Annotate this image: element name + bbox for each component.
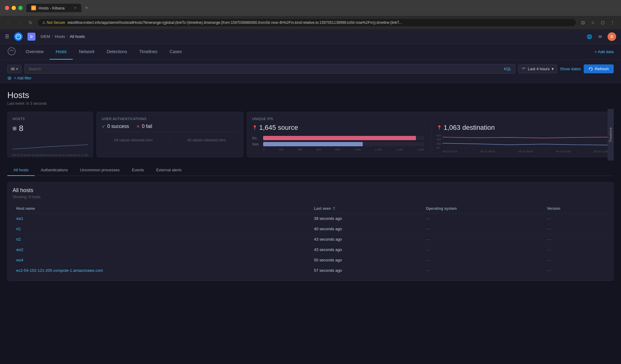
table-row: ec2-54-152-121-205.compute-1.amazonaws.c…: [13, 265, 608, 276]
menu-icon[interactable]: ☰: [5, 34, 9, 39]
refresh-label: Refresh: [595, 67, 609, 71]
kql-badge[interactable]: KQL: [504, 67, 511, 71]
forward-button[interactable]: →: [16, 20, 23, 25]
tab-favicon: K: [31, 5, 36, 10]
search-placeholder: Search: [28, 67, 41, 71]
bookmark-icon[interactable]: ☆: [589, 19, 597, 26]
tab-all-hosts[interactable]: All hosts: [7, 165, 35, 176]
search-bar-section: ▾ Search KQL Last 4 hours ▾ Show dates: [0, 60, 621, 83]
version-cell: —: [543, 255, 608, 265]
tab-hosts[interactable]: Hosts: [50, 44, 73, 60]
tab-external-alerts[interactable]: External alerts: [150, 165, 188, 176]
search-input-wrapper[interactable]: Search KQL: [24, 64, 515, 74]
success-value: 0 success: [107, 124, 129, 129]
minimize-button[interactable]: [12, 6, 16, 10]
fail-x-icon: ✕: [136, 124, 140, 129]
version-cell: —: [543, 245, 608, 255]
table-row: sw1 39 seconds ago — —: [13, 213, 608, 224]
time-range-value: Last 4 hours: [528, 67, 550, 71]
user-auth-stats: ✓ 0 success ✕ 0 fail: [102, 124, 238, 129]
extension-icon[interactable]: ⬡: [599, 19, 606, 26]
add-data-button[interactable]: + Add data: [594, 49, 614, 54]
svg-point-0: [16, 34, 21, 39]
content-area: ▾ Search KQL Last 4 hours ▾ Show dates: [0, 60, 621, 364]
tab-authentications[interactable]: Authentications: [35, 165, 74, 176]
main-content: Hosts Last event: in 3 seconds Hosts ⊞ 8: [0, 83, 621, 281]
dst-bar-row: Dest.: [252, 142, 424, 146]
tab-cases[interactable]: Cases: [164, 44, 188, 60]
os-cell: —: [422, 245, 543, 255]
more-icon[interactable]: ⋮: [609, 19, 616, 26]
version-cell: —: [543, 213, 608, 224]
fail-stat: ✕ 0 fail: [136, 124, 152, 129]
th-last-seen[interactable]: Last seen: [310, 204, 422, 213]
new-tab-button[interactable]: +: [83, 5, 91, 11]
browser-tabs: K Hosts - Kibana × +: [26, 4, 616, 12]
host-name-cell[interactable]: ws4: [13, 255, 310, 265]
host-name-cell[interactable]: ws2: [13, 245, 310, 255]
tab-network[interactable]: Network: [73, 44, 101, 60]
breadcrumb-siem[interactable]: SIEM: [40, 34, 50, 39]
pin-source-icon: 📍: [252, 125, 257, 130]
active-tab[interactable]: K Hosts - Kibana ×: [26, 4, 81, 12]
tab-uncommon-processes[interactable]: Uncommon processes: [74, 165, 126, 176]
show-dates-button[interactable]: Show dates: [560, 67, 581, 71]
svg-rect-3: [11, 69, 15, 69]
fullscreen-button[interactable]: [18, 6, 23, 10]
table-header-row: Host name Last seen: [13, 204, 608, 213]
mail-icon[interactable]: ✉: [597, 33, 604, 40]
svg-rect-4: [11, 70, 15, 70]
ip-bar-chart: Src. Dest.: [252, 136, 424, 151]
host-name-cell[interactable]: sw1: [13, 213, 310, 224]
reload-button[interactable]: ↻: [27, 20, 34, 25]
success-zero-msg: All values returned zero: [102, 138, 165, 142]
host-name-cell[interactable]: rt2: [13, 234, 310, 245]
src-bar-fill: [263, 136, 416, 140]
host-name-cell[interactable]: ec2-54-152-121-205.compute-1.amazonaws.c…: [13, 265, 310, 276]
add-filter-button[interactable]: + Add filter: [14, 76, 31, 80]
host-name-cell[interactable]: rt1: [13, 224, 310, 234]
time-picker[interactable]: Last 4 hours ▾: [518, 64, 557, 73]
tab-detections[interactable]: Detections: [101, 44, 133, 60]
fail-value: 0 fail: [142, 124, 152, 129]
tab-close-icon[interactable]: ×: [74, 6, 76, 10]
siem-app-icon: [7, 47, 17, 57]
os-cell: —: [422, 255, 543, 265]
breadcrumb-sep2: /: [67, 34, 68, 39]
hosts-stat-card: Hosts ⊞ 8 08-10 07:00 08-10 08:00 08-10 …: [7, 112, 93, 157]
unique-ips-inner: 📍 1,645 source Src.: [252, 124, 608, 151]
unique-ips-card: Unique IPs 📍 1,645 source Src.: [247, 112, 614, 157]
table-row: rt2 43 seconds ago — —: [13, 234, 608, 245]
dest-ip-value: 📍 1,063 destination: [437, 124, 609, 132]
breadcrumb-all-hosts: All hosts: [70, 34, 85, 39]
tab-events[interactable]: Events: [126, 165, 150, 176]
src-bar-track: [263, 136, 424, 140]
back-button[interactable]: ←: [5, 20, 12, 25]
ip-line-chart: 650 450 250 50: [437, 134, 609, 149]
user-avatar[interactable]: D: [608, 32, 616, 41]
breadcrumb: SIEM / Hosts / All hosts: [40, 34, 85, 39]
timeline-panel[interactable]: Timeline: [608, 109, 614, 160]
dst-bar-fill: [263, 142, 363, 146]
tab-title: Hosts - Kibana: [39, 6, 64, 10]
hosts-chart-x-labels: 08-10 07:00 08-10 08:00 08-10 09:00 08-1…: [13, 154, 88, 157]
dst-bar-track: [263, 142, 424, 146]
svg-rect-6: [522, 69, 525, 69]
address-bar[interactable]: ⚠ Not Secure elastiflow.irobert.info/app…: [38, 19, 576, 26]
tab-timelines[interactable]: Timelines: [133, 44, 164, 60]
cast-icon[interactable]: ⊡: [579, 19, 587, 26]
last-seen-cell: 50 seconds ago: [310, 255, 422, 265]
success-stat: ✓ 0 success: [102, 124, 129, 129]
refresh-button[interactable]: Refresh: [584, 64, 614, 73]
user-logo: D: [28, 33, 35, 41]
os-cell: —: [422, 234, 543, 245]
close-button[interactable]: [5, 6, 9, 10]
th-os: Operating system: [422, 204, 543, 213]
version-cell: —: [543, 265, 608, 276]
globe-icon[interactable]: 🌐: [586, 33, 593, 40]
svg-rect-5: [522, 68, 526, 68]
search-type-button[interactable]: ▾: [7, 65, 21, 73]
breadcrumb-hosts[interactable]: Hosts: [55, 34, 65, 39]
user-auth-card: User authentications ✓ 0 success ✕ 0 fai…: [97, 112, 243, 157]
tab-overview[interactable]: Overview: [20, 44, 50, 60]
